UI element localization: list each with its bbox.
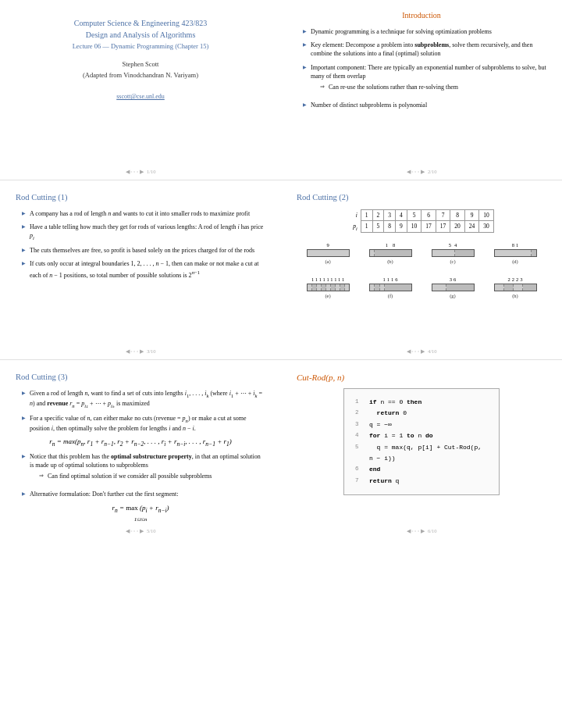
rod-diagrams-row1: 9 (a) 18 (b) 54 (c) 8 <box>297 239 546 267</box>
algo-line-2: 2 return 0 <box>355 408 488 419</box>
algo-line-6: 6 end <box>355 464 488 475</box>
rod-diagram-e: 1 1 1 1 1 1 1 1 1 (e) <box>307 277 350 298</box>
intro-bullet-1: Dynamic programming is a technique for s… <box>303 27 546 36</box>
rc1-bullet-2: Have a table telling how much they get f… <box>22 223 265 241</box>
algo-line-7: 7 return q <box>355 476 488 487</box>
rod-cutting-3-title: Rod Cutting (3) <box>16 373 265 381</box>
slide-cut-rod: Cut-Rod(p, n) 1 if n == 0 then 2 return … <box>281 359 562 539</box>
rod-cutting-3-bullets2: Notice that this problem has the optimal… <box>16 452 265 499</box>
rod-diagram-f: 1116 (f) <box>369 277 412 298</box>
formula2-range: 1≤i≤n <box>16 516 265 523</box>
rod-diagram-c: 54 (c) <box>432 242 475 264</box>
intro-header: Introduction <box>297 11 546 20</box>
algo-line-1: 1 if n == 0 then <box>355 397 488 408</box>
rod-cutting-2-title: Rod Cutting (2) <box>297 193 546 202</box>
slide-rod-2: Rod Cutting (2) i 1 2 3 4 5 6 7 8 9 10 p… <box>281 180 562 359</box>
slide-footer-4: ◀ ◦ ◦ ◦ ▶ 4/10 <box>281 348 562 355</box>
course-title: Computer Science & Engineering 423/823 D… <box>74 17 208 41</box>
algorithm-box: 1 if n == 0 then 2 return 0 3 q = −∞ 4 f… <box>343 388 500 495</box>
slide-title: Computer Science & Engineering 423/823 D… <box>0 0 281 180</box>
lecture-sub: Lecture 06 — Dynamic Programming (Chapte… <box>73 42 209 50</box>
slide-rod-3: Rod Cutting (3) Given a rod of length n,… <box>0 359 281 539</box>
slide-footer-1: ◀ ◦ ◦ ◦ ▶ 1/10 <box>0 169 281 175</box>
rod-diagram-h: 2223 (h) <box>494 277 537 298</box>
author-adapted: (Adapted from Vinodchandran N. Variyam) <box>83 70 198 81</box>
rod-diagram-d: 81 (d) <box>494 242 537 264</box>
course-line2: Design and Analysis of Algorithms <box>86 30 196 39</box>
rc3-bullet-2: For a specific value of n, can either ma… <box>22 414 265 433</box>
slide-footer-5: ◀ ◦ ◦ ◦ ▶ 5/10 <box>0 528 281 534</box>
rc3-bullet-1: Given a rod of length n, want to find a … <box>22 389 265 409</box>
rc1-bullet-1: A company has a rod of length n and want… <box>22 209 265 218</box>
intro-bullet-4: Number of distinct subproblems is polyno… <box>303 101 546 109</box>
rod-diagrams-row2: 1 1 1 1 1 1 1 1 1 (e) 1116 <box>297 273 546 302</box>
slide-rod-1: Rod Cutting (1) A company has a rod of l… <box>0 180 281 359</box>
price-table: i 1 2 3 4 5 6 7 8 9 10 pi 1 5 8 9 10 17 … <box>349 209 494 233</box>
intro-sub-bullet: Can re-use the solutions rather than re-… <box>320 83 546 91</box>
author-name: Stephen Scott <box>83 59 198 70</box>
rod-diagram-a: 9 (a) <box>307 242 350 264</box>
slide-intro: Introduction Dynamic programming is a te… <box>281 0 562 180</box>
formula2: rn = max (pi + rn−i) <box>16 504 265 514</box>
intro-bullets: Dynamic programming is a technique for s… <box>297 27 546 109</box>
slide-footer-2: ◀ ◦ ◦ ◦ ▶ 2/10 <box>281 169 562 175</box>
rod-cutting-3-bullets: Given a rod of length n, want to find a … <box>16 389 265 433</box>
rc1-bullet-4: If cuts only occur at integral boundarie… <box>22 259 265 279</box>
rc3-bullet-3: Notice that this problem has the optimal… <box>22 452 265 486</box>
algo-line-3: 3 q = −∞ <box>355 419 488 430</box>
rod-diagram-b: 18 (b) <box>369 242 412 264</box>
course-line1: Computer Science & Engineering 423/823 <box>74 19 208 27</box>
page-grid: Computer Science & Engineering 423/823 D… <box>0 0 562 539</box>
slide-footer-3: ◀ ◦ ◦ ◦ ▶ 3/10 <box>0 348 281 355</box>
algo-line-4: 4 for i = 1 to n do <box>355 430 488 441</box>
cut-rod-title: Cut-Rod(p, n) <box>297 373 546 382</box>
email: sscott@cse.unl.edu <box>116 93 165 100</box>
slide-footer-6: ◀ ◦ ◦ ◦ ▶ 6/10 <box>281 528 562 534</box>
formula1: rn = max(pn, r1 + rn−1, r2 + rn−2, . . .… <box>16 437 265 448</box>
intro-bullet-3: Important component: There are typically… <box>303 63 546 97</box>
intro-bullet-2: Key element: Decompose a problem into su… <box>303 41 546 58</box>
rc3-bullet-4: Alternative formulation: Don't further c… <box>22 490 265 498</box>
rod-diagram-g: 36 (g) <box>432 277 475 298</box>
rod-cutting-1-title: Rod Cutting (1) <box>16 193 265 202</box>
rc3-sub-bullet: Can find optimal solution if we consider… <box>39 472 265 480</box>
rc1-bullet-3: The cuts themselves are free, so profit … <box>22 246 265 255</box>
algo-line-5: 5 q = max(q, p[i] + Cut-Rod(p, n − i)) <box>355 442 488 465</box>
rod-cutting-1-bullets: A company has a rod of length n and want… <box>16 209 265 280</box>
author-block: Stephen Scott (Adapted from Vinodchandra… <box>83 59 198 80</box>
